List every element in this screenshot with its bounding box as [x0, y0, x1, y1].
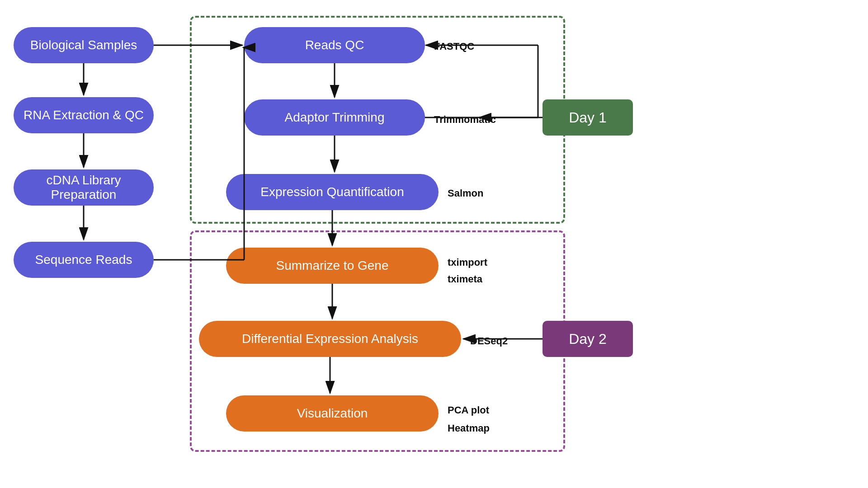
rna-extraction-node: RNA Extraction & QC [14, 97, 154, 133]
trimmomatic-label: Trimmomatic [434, 114, 496, 126]
adaptor-trimming-node: Adaptor Trimming [244, 99, 425, 136]
tximport-label: tximport [448, 257, 487, 268]
diagram: Biological Samples RNA Extraction & QC c… [0, 0, 868, 488]
pca-plot-label: PCA plot [448, 404, 489, 416]
biological-samples-node: Biological Samples [14, 27, 154, 63]
sequence-reads-node: Sequence Reads [14, 242, 154, 278]
expression-quant-node: Expression Quantification [226, 174, 439, 210]
cdna-library-node: cDNA Library Preparation [14, 169, 154, 206]
reads-qc-node: Reads QC [244, 27, 425, 63]
salmon-label: Salmon [448, 188, 483, 199]
visualization-node: Visualization [226, 395, 439, 432]
fastqc-label: FASTQC [434, 41, 474, 52]
day2-box: Day 2 [542, 321, 633, 357]
day1-box: Day 1 [542, 99, 633, 136]
deseq2-label: DESeq2 [470, 335, 508, 347]
diff-expression-node: Differential Expression Analysis [199, 321, 461, 357]
summarize-gene-node: Summarize to Gene [226, 248, 439, 284]
tximeta-label: tximeta [448, 273, 482, 285]
heatmap-label: Heatmap [448, 422, 490, 434]
